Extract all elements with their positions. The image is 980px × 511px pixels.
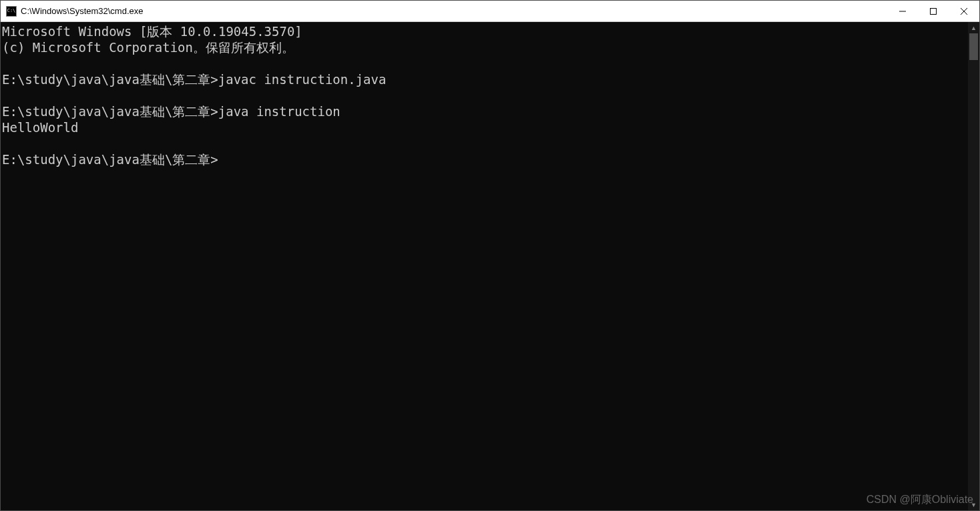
close-icon (961, 8, 967, 15)
scroll-thumb[interactable] (969, 33, 978, 60)
minimize-icon (899, 8, 906, 15)
maximize-button[interactable] (918, 1, 949, 22)
titlebar[interactable]: C:\ C:\Windows\System32\cmd.exe (1, 1, 979, 22)
app-icon: C:\ (6, 6, 17, 17)
scroll-down-arrow-icon[interactable]: ▼ (968, 499, 979, 510)
terminal-output[interactable]: Microsoft Windows [版本 10.0.19045.3570] (… (1, 22, 968, 510)
content-area: Microsoft Windows [版本 10.0.19045.3570] (… (1, 22, 979, 510)
svg-rect-1 (931, 8, 937, 14)
app-icon-text: C:\ (7, 9, 16, 13)
cmd-window: C:\ C:\Windows\System32\cmd.exe Microsof… (0, 0, 980, 511)
window-title: C:\Windows\System32\cmd.exe (21, 6, 144, 16)
vertical-scrollbar[interactable]: ▲ ▼ (968, 22, 979, 510)
close-button[interactable] (949, 1, 979, 22)
minimize-button[interactable] (887, 1, 918, 22)
maximize-icon (930, 8, 937, 15)
scroll-up-arrow-icon[interactable]: ▲ (968, 22, 979, 33)
scroll-track[interactable] (968, 33, 979, 499)
